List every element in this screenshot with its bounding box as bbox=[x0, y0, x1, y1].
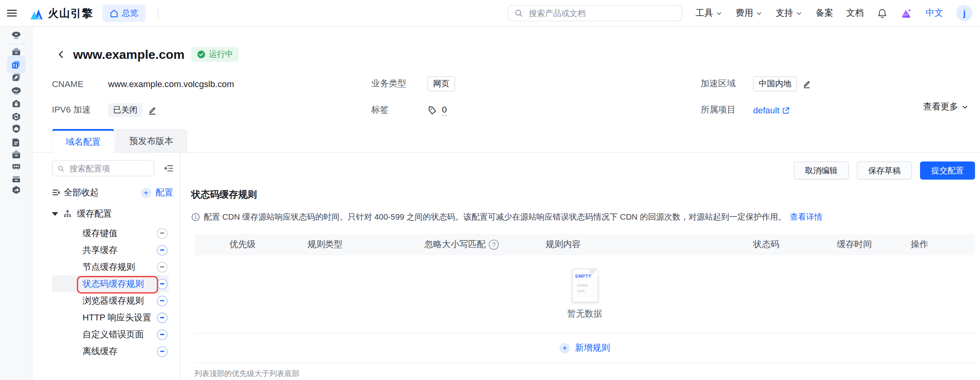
external-link-icon bbox=[782, 106, 790, 114]
topbar-menu: 企业 工具 费用 支持 备案 文档 bbox=[656, 5, 973, 21]
menu-icp[interactable]: 备案 bbox=[815, 7, 833, 19]
config-search-input[interactable] bbox=[68, 163, 149, 174]
cancel-edit-button[interactable]: 取消编辑 bbox=[794, 162, 849, 180]
document-icon[interactable] bbox=[11, 137, 21, 147]
page-title: www.example.com bbox=[73, 47, 184, 62]
accel-region-tag: 中国内地 bbox=[753, 76, 797, 91]
menu-docs[interactable]: 文档 bbox=[846, 7, 864, 19]
share-hexagon-icon[interactable] bbox=[11, 185, 21, 195]
section-description: 配置 CDN 缓存源站响应状态码的时间。只针对 400-599 之间的状态码。该… bbox=[191, 211, 967, 223]
collapse-all-button[interactable]: 全部收起 bbox=[52, 187, 99, 198]
tag-icon bbox=[427, 105, 437, 115]
add-rule-button[interactable]: + 新增规则 bbox=[194, 333, 975, 363]
back-icon[interactable] bbox=[56, 49, 67, 60]
minus-icon[interactable] bbox=[157, 228, 168, 238]
minus-icon[interactable] bbox=[157, 262, 168, 272]
tag-count[interactable]: 0 bbox=[442, 104, 447, 116]
field-label: CNAME bbox=[52, 79, 108, 89]
tree-group-cache-config[interactable]: 缓存配置 bbox=[52, 207, 112, 222]
save-draft-button[interactable]: 保存草稿 bbox=[857, 162, 912, 180]
action-bar: 取消编辑 保存草稿 提交配置 bbox=[794, 162, 975, 180]
view-detail-link[interactable]: 查看详情 bbox=[790, 212, 823, 222]
edit-icon[interactable] bbox=[802, 79, 811, 89]
tree-item-http-response-header[interactable]: HTTP 响应头设置 bbox=[52, 309, 168, 326]
tree-item-status-code-cache-rule[interactable]: 状态码缓存规则 bbox=[52, 275, 168, 292]
chevron-down-icon bbox=[716, 10, 723, 17]
add-config-button[interactable]: + 配置 bbox=[141, 187, 173, 198]
app-root: 火山引擎 总览 企业 工具 费用 支持 bbox=[0, 0, 980, 380]
cdn-config-icon[interactable] bbox=[7, 55, 25, 74]
menu-icon[interactable] bbox=[6, 7, 18, 19]
storage-house-icon[interactable] bbox=[11, 149, 21, 160]
search-icon bbox=[514, 9, 523, 17]
language-switcher[interactable]: 中文 bbox=[926, 7, 943, 19]
field-label: 标签 bbox=[371, 104, 428, 116]
config-search[interactable] bbox=[52, 160, 154, 176]
global-search[interactable] bbox=[508, 5, 683, 21]
rocket-icon[interactable] bbox=[11, 72, 21, 83]
field-label: 加速区域 bbox=[701, 78, 753, 89]
tree-item-node-cache-rule[interactable]: 节点缓存规则 bbox=[52, 258, 168, 275]
notification-bell-icon[interactable] bbox=[877, 8, 888, 18]
field-label: IPV6 加速 bbox=[52, 104, 108, 116]
section-title: 状态码缓存规则 bbox=[191, 189, 257, 201]
view-more-button[interactable]: 查看更多 bbox=[923, 102, 969, 113]
chevron-down-icon bbox=[756, 10, 763, 17]
archive-tray-icon[interactable] bbox=[11, 174, 21, 185]
config-content: 取消编辑 保存草稿 提交配置 状态码缓存规则 配置 CDN 缓存源站响应状态码的… bbox=[180, 153, 980, 380]
config-tree-panel: 全部收起 + 配置 缓存配置 缓存键值 bbox=[32, 153, 180, 380]
sync-icon[interactable] bbox=[11, 111, 21, 122]
status-code-rule-table: 优先级 规则类型 忽略大小写匹配 ? 规则内容 状态码 缓存时间 操作 bbox=[194, 234, 975, 379]
field-label: 所属项目 bbox=[701, 104, 753, 116]
menu-billing[interactable]: 费用 bbox=[736, 7, 763, 19]
minus-icon[interactable] bbox=[157, 346, 168, 356]
server-icon[interactable] bbox=[11, 162, 21, 172]
submit-config-button[interactable]: 提交配置 bbox=[920, 162, 975, 180]
edit-icon[interactable] bbox=[148, 105, 157, 115]
workspace: 全部收起 + 配置 缓存配置 缓存键值 bbox=[32, 153, 980, 380]
panel-toggle-icon[interactable] bbox=[164, 163, 174, 173]
console-icon[interactable] bbox=[11, 30, 21, 41]
collapse-all-icon bbox=[52, 188, 60, 197]
home-icon bbox=[110, 9, 118, 17]
col-rule-type: 规则类型 bbox=[307, 239, 424, 251]
empty-document-icon: EMPTY bbox=[571, 269, 598, 302]
search-icon bbox=[58, 164, 65, 173]
product-rail bbox=[0, 26, 33, 380]
tree-item-custom-error-page[interactable]: 自定义错误页面 bbox=[52, 326, 168, 343]
tree-item-cache-key[interactable]: 缓存键值 bbox=[52, 225, 168, 242]
search-input[interactable] bbox=[528, 8, 676, 18]
overview-button[interactable]: 总览 bbox=[103, 4, 146, 22]
main-page: www.example.com 运行中 CNAME www.example.co… bbox=[32, 26, 980, 380]
brand-name: 火山引擎 bbox=[48, 6, 93, 20]
caret-down-icon bbox=[52, 212, 58, 216]
tree-toolbar: 全部收起 + 配置 bbox=[52, 185, 173, 200]
minus-icon[interactable] bbox=[157, 245, 168, 255]
shield-icon[interactable] bbox=[11, 123, 21, 134]
tree-item-browser-cache-rule[interactable]: 浏览器缓存规则 bbox=[52, 292, 168, 309]
tree-item-offline-cache[interactable]: 离线缓存 bbox=[52, 343, 168, 360]
topbar: 火山引擎 总览 企业 工具 费用 支持 bbox=[0, 0, 980, 27]
minus-icon[interactable] bbox=[157, 312, 168, 323]
cloud-monitor-icon[interactable] bbox=[10, 85, 22, 96]
info-circle-icon bbox=[191, 213, 200, 222]
minus-icon[interactable] bbox=[157, 329, 168, 340]
tab-pre-release[interactable]: 预发布版本 bbox=[116, 129, 187, 153]
tab-domain-config[interactable]: 域名配置 bbox=[52, 129, 114, 153]
rail-divider bbox=[7, 44, 24, 45]
minus-icon[interactable] bbox=[157, 295, 168, 306]
project-link[interactable]: default bbox=[753, 105, 790, 115]
table-header: 优先级 规则类型 忽略大小写匹配 ? 规则内容 状态码 缓存时间 操作 bbox=[194, 234, 975, 255]
tree-item-shared-cache[interactable]: 共享缓存 bbox=[52, 242, 168, 258]
menu-support[interactable]: 支持 bbox=[776, 7, 803, 19]
menu-tools[interactable]: 工具 bbox=[696, 7, 723, 19]
topbar-divider bbox=[157, 7, 158, 19]
question-circle-icon[interactable]: ? bbox=[489, 240, 499, 250]
secure-house-icon[interactable] bbox=[11, 98, 21, 109]
minus-icon[interactable] bbox=[157, 278, 168, 289]
user-avatar[interactable]: j bbox=[956, 5, 972, 21]
ai-assistant-icon[interactable] bbox=[900, 7, 912, 19]
tree-children: 缓存键值 共享缓存 节点缓存规则 状态码缓存规则 bbox=[52, 225, 168, 360]
brand-logo[interactable]: 火山引擎 bbox=[29, 6, 93, 20]
col-cache-time: 缓存时间 bbox=[837, 239, 911, 251]
